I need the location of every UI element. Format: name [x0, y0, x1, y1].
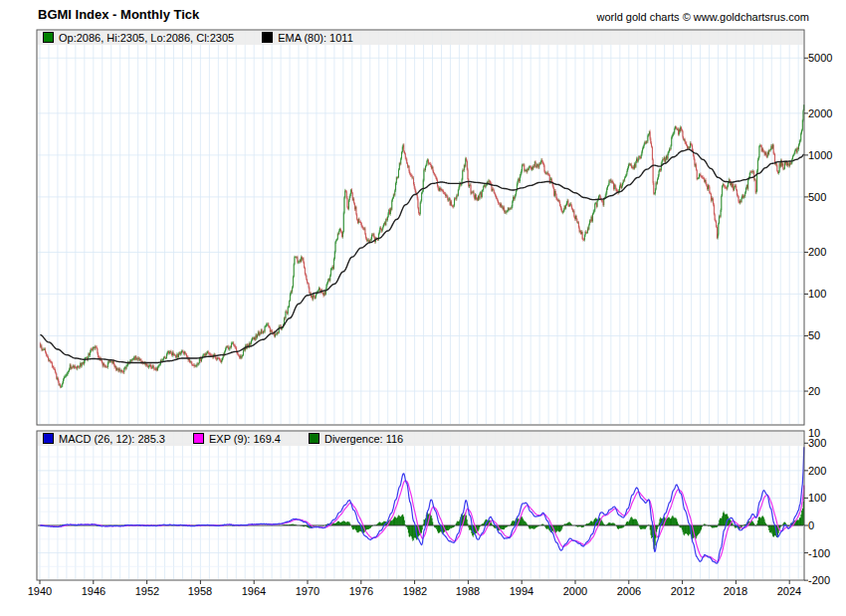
exp-swatch-icon — [193, 433, 204, 444]
legend-item-ohlc: Op:2086, Hi:2305, Lo:2086, Cl:2305 — [43, 32, 234, 44]
macd-swatch-icon — [43, 433, 54, 444]
price-legend: Op:2086, Hi:2305, Lo:2086, Cl:2305 EMA (… — [38, 31, 807, 44]
legend-item-ema-label: EMA (80): 1011 — [278, 32, 353, 44]
legend-item-divergence: Divergence: 116 — [309, 433, 403, 445]
macd-legend: MACD (26, 12): 285.3 EXP (9): 169.4 Dive… — [38, 432, 807, 445]
candle-wicks-down — [40, 125, 797, 388]
exp-line — [40, 481, 803, 562]
legend-item-macd-label: MACD (26, 12): 285.3 — [59, 433, 165, 445]
ema-swatch-icon — [262, 32, 273, 43]
legend-item-ohlc-label: Op:2086, Hi:2305, Lo:2086, Cl:2305 — [59, 32, 234, 44]
copyright-note: world gold charts © www.goldchartsrus.co… — [596, 11, 809, 23]
candle-wicks-up — [41, 104, 804, 388]
ohlc-swatch-icon — [43, 32, 54, 43]
macd-panel-border — [37, 431, 804, 580]
value-gridlines — [38, 58, 803, 552]
legend-item-exp-label: EXP (9): 169.4 — [209, 433, 281, 445]
legend-item-exp: EXP (9): 169.4 — [193, 433, 281, 445]
legend-item-macd: MACD (26, 12): 285.3 — [43, 433, 165, 445]
candle-bodies-up — [41, 104, 804, 387]
macd-line — [40, 447, 803, 563]
legend-item-divergence-label: Divergence: 116 — [324, 433, 403, 445]
legend-item-ema: EMA (80): 1011 — [262, 32, 353, 44]
candle-bodies-down — [40, 126, 798, 387]
ema-line — [40, 149, 803, 362]
chart-canvas — [0, 0, 846, 616]
divergence-swatch-icon — [309, 433, 319, 444]
page-title: BGMI Index - Monthly Tick — [38, 7, 199, 22]
axis-tick-marks — [40, 58, 808, 584]
gold-chart-page: BGMI Index - Monthly Tick world gold cha… — [0, 0, 846, 616]
